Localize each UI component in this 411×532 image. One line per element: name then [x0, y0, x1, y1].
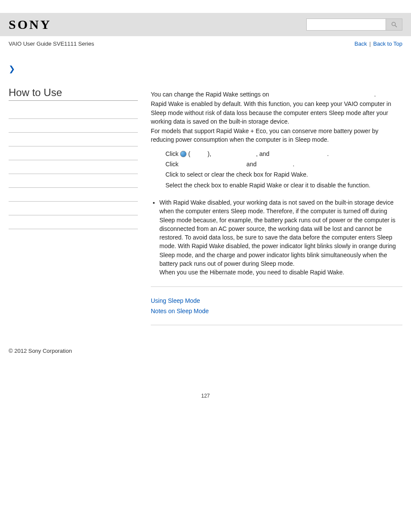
- header-bar: SONY: [0, 13, 411, 36]
- sidebar-item[interactable]: [9, 146, 138, 160]
- text: When you use the Hibernate mode, you nee…: [159, 269, 344, 276]
- guide-title: VAIO User Guide SVE1111 Series: [9, 40, 94, 47]
- note-item: With Rapid Wake disabled, your working d…: [159, 198, 402, 277]
- text: .: [374, 91, 376, 98]
- copyright: © 2012 Sony Corporation: [0, 335, 411, 367]
- separator: |: [369, 40, 371, 47]
- text: Click: [165, 161, 180, 168]
- search-input[interactable]: [306, 19, 386, 31]
- text: .: [327, 150, 329, 157]
- steps-block: Click (), , and . Click and . Click to s…: [151, 149, 402, 190]
- notes: With Rapid Wake disabled, your working d…: [151, 198, 402, 277]
- text: With Rapid Wake disabled, your working d…: [159, 199, 396, 267]
- sidebar-item[interactable]: [9, 160, 138, 174]
- text: .: [293, 161, 294, 168]
- search-button[interactable]: [386, 19, 402, 31]
- svg-point-0: [392, 22, 395, 26]
- divider: [151, 325, 402, 325]
- step-3: Click to select or clear the check box f…: [165, 170, 402, 179]
- text: ),: [208, 150, 213, 157]
- back-to-top-link[interactable]: Back to Top: [373, 40, 402, 47]
- search-area: [306, 19, 402, 31]
- windows-orb-icon: [180, 151, 187, 157]
- sidebar-item[interactable]: [9, 133, 138, 146]
- divider: [151, 286, 402, 287]
- text: You can change the Rapid Wake settings o…: [151, 91, 271, 98]
- text: , and: [256, 150, 271, 157]
- svg-line-1: [395, 25, 397, 27]
- text: Click: [165, 150, 180, 157]
- related-link-notes[interactable]: Notes on Sleep Mode: [151, 307, 402, 315]
- step-1: Click (), , and .: [165, 149, 402, 158]
- sidebar-item[interactable]: [9, 105, 138, 119]
- text: and: [245, 161, 258, 168]
- back-link[interactable]: Back: [355, 40, 367, 47]
- sony-logo: SONY: [9, 17, 51, 32]
- nav-links: Back | Back to Top: [355, 40, 402, 47]
- related-link-sleep[interactable]: Using Sleep Mode: [151, 296, 402, 305]
- intro-block: You can change the Rapid Wake settings o…: [151, 90, 402, 144]
- main-content: You can change the Rapid Wake settings o…: [151, 56, 402, 335]
- sidebar-item[interactable]: [9, 215, 138, 229]
- related-topics: Using Sleep Mode Notes on Sleep Mode: [151, 296, 402, 316]
- content: ❯ How to Use You can change the Rapid Wa…: [0, 56, 411, 335]
- sidebar-item[interactable]: [9, 119, 138, 133]
- sidebar-heading: How to Use: [9, 87, 138, 101]
- page-number: 127: [0, 367, 411, 408]
- text: (: [187, 150, 190, 157]
- sidebar-item[interactable]: [9, 202, 138, 215]
- step-3b: Select the check box to enable Rapid Wak…: [165, 181, 402, 190]
- sidebar: ❯ How to Use: [9, 56, 138, 335]
- intro-eco: For models that support Rapid Wake + Eco…: [151, 127, 402, 144]
- sidebar-item[interactable]: [9, 174, 138, 188]
- intro-line-1: You can change the Rapid Wake settings o…: [151, 90, 402, 99]
- intro-body: Rapid Wake is enabled by default. With t…: [151, 100, 402, 126]
- search-icon: [391, 21, 398, 28]
- chevron-right-icon: ❯: [9, 64, 138, 74]
- sidebar-item[interactable]: [9, 188, 138, 202]
- subheader: VAIO User Guide SVE1111 Series Back | Ba…: [0, 36, 411, 56]
- step-2: Click and .: [165, 160, 402, 168]
